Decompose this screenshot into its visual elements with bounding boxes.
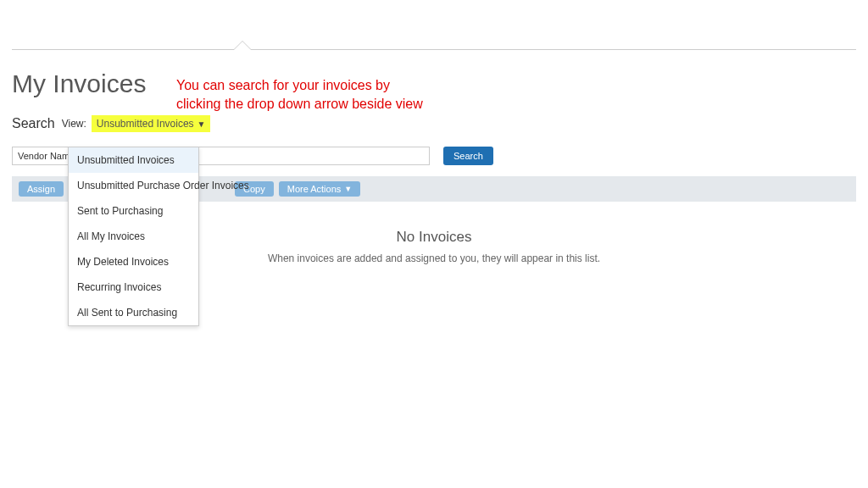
view-option-all-sent-to-purchasing[interactable]: All Sent to Purchasing [69,300,198,325]
page-title: My Invoices [12,69,146,98]
view-option-all-my-invoices[interactable]: All My Invoices [69,224,198,249]
view-dropdown-menu: Unsubmitted Invoices Unsubmitted Purchas… [68,147,199,326]
view-option-recurring-invoices[interactable]: Recurring Invoices [69,274,198,300]
search-button[interactable]: Search [443,147,493,165]
header-divider [12,49,856,50]
more-actions-button[interactable]: More Actions ▼ [279,181,361,197]
search-label: Search [12,116,55,131]
view-option-my-deleted-invoices[interactable]: My Deleted Invoices [69,249,198,274]
search-view-row: Search View: Unsubmitted Invoices ▼ [12,115,210,132]
assign-button[interactable]: Assign [19,181,64,197]
header-caret-icon [234,41,251,51]
view-label: View: [62,118,86,130]
more-actions-label: More Actions [287,184,342,194]
chevron-down-icon: ▼ [344,185,352,193]
view-option-unsubmitted-invoices[interactable]: Unsubmitted Invoices [69,147,198,173]
view-selected-value: Unsubmitted Invoices [97,118,194,130]
view-option-sent-to-purchasing[interactable]: Sent to Purchasing [69,198,198,224]
annotation-text: You can search for your invoices by clic… [176,76,431,113]
view-option-unsubmitted-po-invoices[interactable]: Unsubmitted Purchase Order Invoices [69,173,198,198]
view-dropdown-toggle[interactable]: Unsubmitted Invoices ▼ [92,115,211,132]
search-input[interactable] [181,147,430,165]
chevron-down-icon: ▼ [198,119,206,129]
